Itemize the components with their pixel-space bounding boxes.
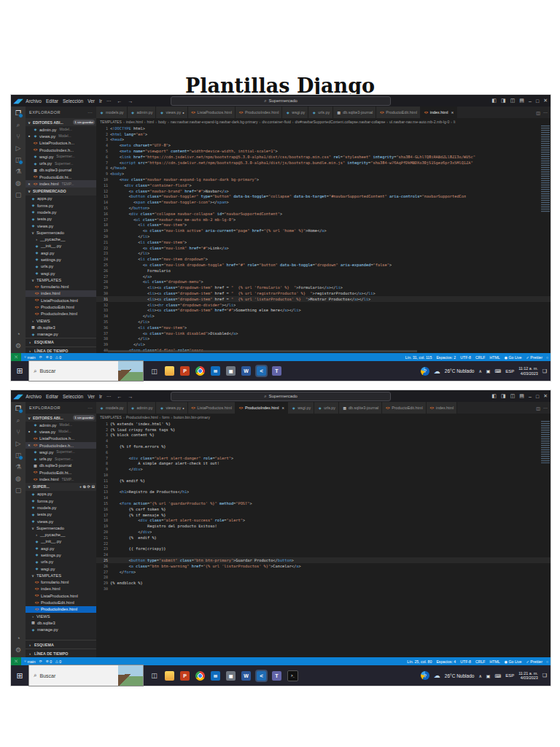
tab-productoindex-html[interactable]: <>ProductoIndex.html✕ [236,402,288,414]
horizontal-scrollbar[interactable] [108,350,417,352]
chevron-up-icon[interactable]: ∧ [478,673,481,678]
chrome-icon[interactable] [195,366,205,376]
forward-icon[interactable]: → [128,394,133,399]
new-file-icon[interactable]: + [79,484,82,489]
menu-archivo[interactable]: Archivo [26,394,42,399]
tree-item-views-py[interactable]: ◆views.py [26,222,96,229]
tree-item-supermercado[interactable]: ∨Supermercado [26,229,96,236]
menu-more[interactable]: ··· [106,98,112,104]
tree-item-formulario-html[interactable]: <>formulario.html [26,284,96,290]
minimap[interactable] [541,125,550,353]
vscode-icon[interactable]: < [257,671,266,681]
tree-item-asgi-py[interactable]: ◆asgi.py [26,249,96,256]
action-center-icon[interactable]: ❏ [542,368,547,374]
code-editor[interactable]: 1<!DOCTYPE html>2<html lang="en">3<head>… [96,125,551,353]
open-editor-item[interactable]: ◆urls.pySupermer... [26,160,96,166]
breadcrumb-item[interactable]: html [147,120,155,124]
close-icon[interactable]: ✕ [27,182,31,186]
file-explorer-icon[interactable] [165,366,174,376]
extensions-icon[interactable]: ◫ [15,452,22,459]
weather-text[interactable]: 26°C Nublado [445,673,475,678]
open-editor-item[interactable]: <>ListaProductos.h... [26,436,96,442]
project-section-header[interactable]: ∨ SUPER... +⧉⟳⊟ [26,483,96,491]
section-esquema[interactable]: ›ESQUEMA [26,640,96,649]
status-sync[interactable]: ⟳ [39,355,42,360]
photos-icon[interactable]: ▦ [226,366,236,376]
layout-panel-icon[interactable]: ◨ [501,98,506,104]
tab-wsgi-py[interactable]: ◆wsgi.py [282,107,308,118]
open-editor-item[interactable]: ◆wsgi.pySupermer... [26,153,96,160]
breadcrumb-item[interactable]: ProductoIndex.html [126,415,158,419]
back-icon[interactable]: ← [117,394,122,399]
tree-item-listaproductos-html[interactable]: <>ListaProductos.html [26,592,96,599]
open-editors-header[interactable]: ∨ EDITORES ABI... 1 sin guardar [26,118,96,126]
menu-ir[interactable]: Ir [99,98,102,104]
minimize-icon[interactable]: – [529,98,532,104]
remote-explorer-icon[interactable]: ▢ [15,487,22,494]
testing-icon[interactable]: ⚗ [15,169,21,175]
task-view-icon[interactable]: ◫ [149,366,159,376]
section-l-nea-de-tiempo[interactable]: ›LÍNEA DE TIEMPO [26,347,96,353]
account-icon[interactable]: ◔ [16,331,20,338]
source-control-icon[interactable]: ⑂ [16,429,20,436]
split-editor-icon[interactable]: ◫ [536,110,540,115]
tree-item-tests-py[interactable]: ◆tests.py [26,511,96,518]
status-item-go-live[interactable]: ◉ Go Live [505,355,522,360]
tree-item-formulario-html[interactable]: <>formulario.html [26,579,96,586]
menu-editar[interactable]: Editar [46,394,58,399]
command-search[interactable]: ⌕ Supermercado [171,392,391,401]
status-warning[interactable]: △0 [55,659,61,664]
tray-photos-icon[interactable]: ▣ [486,673,491,678]
action-center-icon[interactable]: ❏ [542,673,547,678]
tab-db-sqlite3-journal[interactable]: ▤db.sqlite3-journal [339,402,382,414]
tree-item-views-py[interactable]: ◆views.py [26,518,96,525]
layout-sidebar-icon[interactable]: ◧ [491,393,497,399]
open-editor-item[interactable]: ✕<>index.htmlTEMP... [26,180,96,187]
extensions-icon[interactable]: ◫ [15,157,22,163]
status-sync[interactable]: ⟳ [39,659,42,664]
tray-app-icon[interactable]: ? [421,671,429,680]
more-actions-icon[interactable]: ··· [543,110,548,115]
tab-db-sqlite3-journal[interactable]: ▤db.sqlite3-journal [333,107,376,118]
language-indicator[interactable]: ESP [505,673,514,678]
tree-item-forms-py[interactable]: ◆forms.py [26,202,96,209]
tree-item-wsgi-py[interactable]: ◆wsgi.py [26,270,96,276]
breadcrumb-item[interactable]: li [454,120,455,124]
tree-item-manage-py[interactable]: ◆manage.py [26,627,96,633]
tree-item-models-py[interactable]: ◆models.py [26,209,96,215]
source-control-icon[interactable]: ⑂ [16,133,20,140]
status-item-crlf[interactable]: CRLF [475,355,486,360]
testing-icon[interactable]: ⚗ [15,464,21,471]
word-icon[interactable]: W [241,366,251,376]
tab-productoedit-html[interactable]: <>ProductoEdit.html [376,107,421,118]
tray-app-icon[interactable]: ? [421,367,429,376]
layout-customize-icon[interactable]: ▤ [519,98,524,104]
tree-item-db-sqlite3[interactable]: ▤db.sqlite3 [26,324,96,330]
tree-item-db-sqlite3[interactable]: ▤db.sqlite3 [26,619,96,626]
teams-icon[interactable]: T [272,671,281,681]
settings-icon[interactable]: ⚙ [15,647,21,654]
breadcrumb-item[interactable]: ul.navbar-nav.me-auto.mb-2.mb-lg-0 [389,120,449,124]
breadcrumb-item[interactable]: TEMPLATES [100,415,122,419]
layout-secondary-sidebar-icon[interactable]: ◫ [510,393,516,399]
explorer-icon[interactable]: ❐ [15,110,21,117]
task-view-icon[interactable]: ◫ [149,671,159,681]
status-git-branch[interactable]: ⑂main [24,659,36,664]
chevron-up-icon[interactable]: ∧ [478,368,481,374]
breadcrumb-item[interactable]: button.btn.btn-primary [174,415,210,419]
tree-item-index-html[interactable]: <>index.html [26,290,96,297]
close-icon[interactable]: ✕ [543,98,548,104]
vscode-icon[interactable]: < [257,366,266,376]
tab-productoindex-html[interactable]: <>ProductoIndex.html [236,107,282,118]
menu-archivo[interactable]: Archivo [26,98,42,104]
teams-icon[interactable]: T [272,366,281,376]
tab-index-html[interactable]: <>index.html✕ [421,107,457,118]
open-editor-item[interactable]: ✕<>ProductoIndex.h... [26,442,96,449]
close-icon[interactable]: ✕ [27,444,31,447]
notifications-bell-icon[interactable]: ○ [546,659,548,664]
project-section-header[interactable]: ∨ SUPERMERCADO [26,187,96,196]
tab-urls-py[interactable]: ◆urls.py [314,402,339,414]
tree-item-settings-py[interactable]: ◆settings.py [26,256,96,263]
language-indicator[interactable]: ESP [505,369,514,374]
keyboard-icon[interactable]: ⌨ [494,368,501,374]
